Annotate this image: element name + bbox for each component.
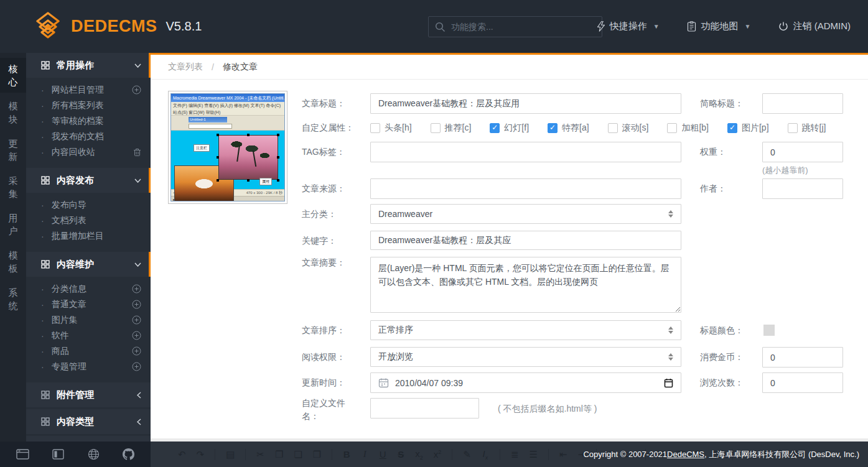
coins-input[interactable] (762, 347, 843, 368)
plus-circle-icon[interactable] (132, 346, 141, 356)
copyright-dedecms-link[interactable]: DedeCMS (667, 450, 704, 459)
checkbox-slideshow[interactable]: 幻灯[f] (490, 123, 529, 134)
section-content-types[interactable]: 内容类型 (26, 409, 151, 434)
bold-icon[interactable]: B (343, 449, 350, 460)
remove-format-icon[interactable]: Ix (482, 448, 489, 461)
checkbox-scroll[interactable]: 滚动[s] (608, 123, 649, 134)
bullet-dot: · (41, 116, 44, 126)
views-input[interactable] (762, 372, 843, 393)
checkbox-box[interactable] (370, 123, 380, 133)
cut-icon[interactable]: ✂ (256, 449, 264, 460)
update-time-input[interactable]: 2010/04/07 09:39 (370, 372, 681, 393)
sidebar-item-publish-wizard[interactable]: ·发布向导 (26, 197, 151, 213)
undo-icon[interactable]: ↶ (178, 449, 186, 460)
checkbox-image[interactable]: 图片[p] (727, 123, 769, 134)
section-attachment-management[interactable]: 附件管理 (26, 382, 151, 407)
layout-sidebar-icon[interactable] (52, 449, 64, 460)
rail-item-core[interactable]: 核心 (0, 58, 26, 93)
checkbox-box[interactable] (490, 123, 500, 133)
ordered-list-icon[interactable]: ≣ (511, 449, 519, 460)
plus-circle-icon[interactable] (132, 315, 141, 325)
sidebar-item-software[interactable]: ·软件 (26, 328, 151, 343)
underline-icon[interactable]: U (379, 449, 386, 460)
copy-icon[interactable]: ❐ (275, 449, 283, 460)
section-batch-maintenance[interactable]: 批量维护 (26, 436, 151, 442)
sidebar-item-pending-archives[interactable]: ·等审核的档案 (26, 113, 151, 129)
title-input[interactable] (370, 93, 681, 114)
checkbox-special[interactable]: 特荐[a] (548, 123, 589, 134)
summary-textarea[interactable]: 层(Layer)是一种 HTML 页面元素，您可以将它定位在页面上的任意位置。层… (370, 257, 681, 313)
quick-actions-menu[interactable]: 快捷操作 ▼ (597, 21, 660, 32)
keywords-input[interactable] (370, 231, 681, 250)
globe-icon[interactable] (88, 448, 100, 460)
sidebar-item-my-documents[interactable]: ·我发布的文档 (26, 129, 151, 144)
checkbox-recommend[interactable]: 推荐[c] (431, 123, 472, 134)
sidebar-item-topic-management[interactable]: ·专题管理 (26, 359, 151, 374)
category-select[interactable]: Dreamweaver (370, 204, 681, 224)
superscript-icon[interactable]: x2 (434, 449, 442, 460)
calendar-icon[interactable] (664, 378, 673, 388)
search-input[interactable] (451, 22, 595, 32)
checkbox-box[interactable] (608, 123, 618, 133)
section-common-operations[interactable]: 常用操作 (26, 53, 151, 78)
read-access-select[interactable]: 开放浏览 (370, 347, 681, 367)
function-search[interactable] (428, 16, 602, 37)
brand-logo[interactable]: DEDECMS V5.8.1 (34, 0, 202, 53)
checkbox-jump[interactable]: 跳转[j] (788, 123, 826, 134)
trash-icon[interactable] (133, 148, 141, 157)
document-icon[interactable]: ▤ (226, 449, 235, 460)
sidebar-item-recycle-bin[interactable]: ·内容回收站 (26, 144, 151, 160)
checkbox-box[interactable] (431, 123, 441, 133)
sidebar-item-image-gallery[interactable]: ·图片集 (26, 312, 151, 328)
format-brush-icon[interactable]: ✎ (463, 449, 471, 460)
checkbox-box[interactable] (667, 123, 677, 133)
checkbox-bold[interactable]: 加粗[b] (667, 123, 709, 134)
feature-map-menu[interactable]: 功能地图 ▼ (687, 21, 751, 32)
author-input[interactable] (762, 178, 843, 199)
sidebar-item-classified-info[interactable]: ·分类信息 (26, 281, 151, 297)
short-title-input[interactable] (762, 93, 843, 114)
sidebar-item-products[interactable]: ·商品 (26, 343, 151, 359)
plus-circle-icon[interactable] (132, 85, 141, 95)
redo-icon[interactable]: ↷ (197, 449, 205, 460)
title-color-swatch[interactable] (763, 325, 775, 336)
sidebar-item-site-columns[interactable]: ·网站栏目管理 (26, 82, 151, 98)
sidebar-item-normal-article[interactable]: ·普通文章 (26, 297, 151, 312)
checkbox-box[interactable] (788, 123, 798, 133)
rail-item-users[interactable]: 用户 (0, 207, 26, 242)
filename-input[interactable] (370, 398, 479, 418)
rail-item-collect[interactable]: 采集 (0, 170, 26, 205)
checkbox-box[interactable] (727, 123, 737, 133)
paste-word-icon[interactable]: ❒ (313, 449, 321, 460)
plus-circle-icon[interactable] (132, 300, 141, 309)
sidebar-item-all-archives[interactable]: ·所有档案列表 (26, 98, 151, 113)
rail-item-modules[interactable]: 模块 (0, 95, 26, 130)
unordered-list-icon[interactable]: ☰ (529, 449, 537, 460)
sidebar-menu: 常用操作 ·网站栏目管理 ·所有档案列表 ·等审核的档案 ·我发布的文档 ·内容… (26, 53, 151, 442)
paste-icon[interactable]: ❏ (294, 449, 302, 460)
section-content-publish[interactable]: 内容发布 (26, 168, 151, 193)
tags-input[interactable] (370, 142, 681, 162)
subscript-icon[interactable]: x2 (415, 448, 423, 461)
checkbox-box[interactable] (548, 123, 558, 133)
plus-circle-icon[interactable] (132, 331, 141, 340)
plus-circle-icon[interactable] (132, 362, 141, 371)
github-icon[interactable] (123, 448, 134, 460)
italic-icon[interactable]: I (361, 449, 368, 460)
rail-item-system[interactable]: 系统 (0, 282, 26, 317)
sidebar-item-batch-add-columns[interactable]: ·批量增加栏目 (26, 228, 151, 244)
sort-select[interactable]: 正常排序 (370, 320, 681, 340)
source-input[interactable] (370, 178, 681, 199)
strikethrough-icon[interactable]: S (397, 449, 404, 460)
rail-item-update[interactable]: 更新 (0, 132, 26, 167)
sidebar-item-document-list[interactable]: ·文档列表 (26, 213, 151, 228)
plus-circle-icon[interactable] (132, 284, 141, 294)
breadcrumb-parent[interactable]: 文章列表 (168, 62, 203, 73)
checkbox-headline[interactable]: 头条[h] (370, 123, 412, 134)
indent-decrease-icon[interactable]: ⇤ (559, 449, 567, 460)
section-content-maintenance[interactable]: 内容维护 (26, 252, 151, 277)
weight-input[interactable] (762, 142, 843, 162)
rail-item-templates[interactable]: 模板 (0, 244, 26, 279)
window-icon[interactable] (16, 449, 29, 460)
logout-button[interactable]: 注销 (ADMIN) (778, 21, 851, 32)
